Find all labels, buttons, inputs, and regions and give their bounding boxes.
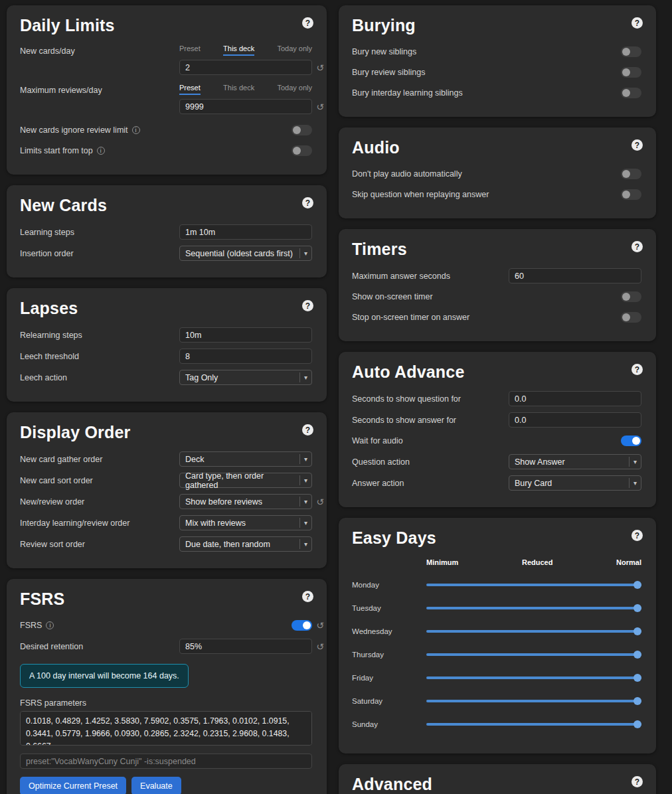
info-icon[interactable]: i [132,126,140,134]
help-icon[interactable]: ? [631,776,643,787]
info-icon[interactable]: i [46,621,54,629]
slider-handle[interactable] [633,627,641,635]
revert-icon[interactable]: ↺ [316,497,324,507]
max-reviews-day-row: Maximum reviews/day Preset This deck Tod… [20,84,312,114]
daily-limits-title: Daily Limits [20,16,312,35]
stop-timer-toggle[interactable] [621,312,641,323]
question-seconds-input[interactable] [509,391,641,406]
help-icon[interactable]: ? [631,241,643,252]
slider-handle[interactable] [633,674,641,682]
interval-notice: A 100 day interval will become 164 days. [20,664,189,688]
revert-icon[interactable]: ↺ [316,102,324,112]
slider-handle[interactable] [633,651,641,659]
no-autoplay-toggle[interactable] [621,169,641,179]
help-icon[interactable]: ? [302,424,313,436]
limits-start-top-toggle[interactable] [292,145,312,156]
sunday-slider[interactable] [426,720,641,729]
show-timer-toggle[interactable] [621,291,641,302]
tab-today-only[interactable]: Today only [277,44,312,56]
help-icon[interactable]: ? [302,197,313,208]
review-sort-order-select[interactable]: Due date, then random ▾ [179,536,312,552]
tab-this-deck[interactable]: This deck [223,84,254,95]
help-icon[interactable]: ? [631,364,643,375]
revert-icon[interactable]: ↺ [316,642,324,651]
bury-new-row: Bury new siblings [352,44,641,59]
sort-order-label: New card sort order [20,476,93,485]
leech-threshold-input[interactable] [179,349,312,364]
tab-this-deck[interactable]: This deck [223,44,254,56]
answer-action-select[interactable]: Bury Card ▾ [509,475,641,491]
insertion-order-select[interactable]: Sequential (oldest cards first) ▾ [179,246,312,261]
wednesday-slider[interactable] [426,627,641,636]
tab-preset[interactable]: Preset [179,84,201,95]
timers-card: ? Timers Maximum answer seconds Show on-… [339,229,656,341]
optimize-current-preset-button[interactable]: Optimize Current Preset [20,777,126,794]
toggle-knob [622,89,630,97]
relearning-steps-input[interactable] [179,327,312,343]
help-icon[interactable]: ? [302,300,313,311]
insertion-order-row: Insertion order Sequential (oldest cards… [20,246,312,261]
slider-track [426,723,641,726]
ignore-review-limit-toggle[interactable] [292,125,312,135]
monday-row: Monday [352,580,641,590]
desired-retention-input[interactable] [179,639,312,654]
saturday-slider[interactable] [426,696,641,706]
new-review-order-row: New/review order Show before reviews ▾ ↺ [20,494,312,509]
slider-handle[interactable] [633,581,641,589]
optimize-filter-input[interactable] [20,754,312,769]
slider-track [426,584,641,586]
bury-interday-toggle[interactable] [621,88,641,98]
saturday-label: Saturday [352,697,426,705]
tuesday-slider[interactable] [426,603,641,613]
wait-audio-label: Wait for audio [352,436,403,445]
new-cards-day-input[interactable] [179,60,312,75]
new-cards-day-label: New cards/day [20,46,75,56]
slider-track [426,700,641,702]
gather-order-select[interactable]: Deck ▾ [179,451,312,467]
slider-track [426,676,641,679]
max-reviews-day-input[interactable] [179,99,312,114]
info-icon[interactable]: i [97,147,105,155]
bury-new-toggle[interactable] [621,46,641,57]
thursday-slider[interactable] [426,650,641,659]
wait-audio-row: Wait for audio [352,434,641,448]
slider-handle[interactable] [633,720,641,728]
no-autoplay-label: Don't play audio automatically [352,169,462,179]
new-review-order-select[interactable]: Show before reviews ▾ [179,494,312,509]
tab-today-only[interactable]: Today only [277,84,312,95]
help-icon[interactable]: ? [302,591,313,602]
revert-icon[interactable]: ↺ [316,621,324,630]
no-autoplay-row: Don't play audio automatically [352,167,641,181]
question-action-select[interactable]: Show Answer ▾ [509,454,641,469]
friday-slider[interactable] [426,673,641,682]
limits-start-top-text: Limits start from top [20,146,93,155]
help-icon[interactable]: ? [631,530,643,541]
wait-audio-toggle[interactable] [621,436,641,446]
help-icon[interactable]: ? [631,17,643,29]
help-icon[interactable]: ? [302,17,313,29]
answer-action-row: Answer action Bury Card ▾ [352,475,641,491]
fsrs-parameters-textarea[interactable]: 0.1018, 0.4829, 1.4252, 3.5830, 7.5902, … [20,711,312,746]
learning-steps-input[interactable] [179,224,312,240]
revert-icon[interactable]: ↺ [316,63,324,72]
lapses-title: Lapses [20,299,312,318]
header-normal: Normal [616,558,641,566]
evaluate-button[interactable]: Evaluate [131,777,181,794]
fsrs-toggle[interactable] [292,620,312,631]
monday-slider[interactable] [426,580,641,590]
bury-review-toggle[interactable] [621,67,641,78]
slider-handle[interactable] [633,697,641,705]
slider-handle[interactable] [633,604,641,612]
fsrs-parameters-label: FSRS parameters [20,698,312,708]
help-icon[interactable]: ? [631,139,643,151]
max-answer-seconds-input[interactable] [509,268,641,283]
leech-action-select[interactable]: Tag Only ▾ [179,370,312,385]
desired-retention-row: Desired retention ↺ [20,639,312,654]
deck-options-page: ? Daily Limits New cards/day Preset This… [0,0,672,794]
chevron-down-icon: ▾ [299,372,307,382]
skip-question-toggle[interactable] [621,189,641,200]
interday-order-select[interactable]: Mix with reviews ▾ [179,515,312,530]
sort-order-select[interactable]: Card type, then order gathered ▾ [179,473,312,488]
tab-preset[interactable]: Preset [179,44,201,56]
answer-seconds-input[interactable] [509,412,641,428]
